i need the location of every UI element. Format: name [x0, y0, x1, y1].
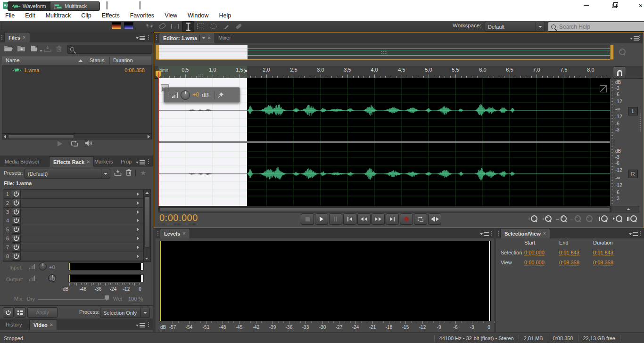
- files-panel-menu[interactable]: [136, 36, 145, 40]
- ruler-grip[interactable]: [198, 74, 204, 77]
- zoom-in-vertical-button[interactable]: ↕+: [527, 213, 538, 224]
- pin-icon[interactable]: [218, 92, 224, 98]
- tab-files[interactable]: Files: [4, 32, 30, 42]
- hud-volume-knob[interactable]: [181, 90, 190, 100]
- files-loop-button[interactable]: [71, 140, 78, 147]
- selview-selection-end[interactable]: 0:01.643: [559, 250, 579, 256]
- play-button[interactable]: [315, 213, 328, 225]
- editor-panel-grip[interactable]: [639, 35, 641, 41]
- selection-edge-handle[interactable]: >: [244, 67, 248, 74]
- power-icon[interactable]: [12, 208, 21, 216]
- rack-power-button[interactable]: [3, 307, 14, 318]
- zoom-out-full-icon[interactable]: −: [619, 49, 626, 56]
- overview-right-handle[interactable]: [610, 45, 614, 60]
- skip-selection-button[interactable]: [428, 213, 441, 225]
- search-help-box[interactable]: [548, 22, 644, 32]
- tab-editor[interactable]: Editor: 1.wma: [159, 33, 215, 43]
- menu-effects[interactable]: Effects: [97, 10, 125, 21]
- channel-left-button[interactable]: L: [628, 107, 638, 115]
- zoom-out-vertical-button[interactable]: ↕−: [541, 213, 553, 224]
- files-search-input[interactable]: [76, 46, 149, 53]
- display-corner-icon[interactable]: [600, 85, 607, 92]
- open-file-button[interactable]: [4, 45, 13, 53]
- selview-panel-grip[interactable]: [497, 230, 500, 236]
- spectral-pitch-button[interactable]: [124, 22, 133, 29]
- effect-slot-row[interactable]: 7: [3, 243, 143, 252]
- menu-file[interactable]: File: [0, 10, 20, 21]
- zoom-out-horizontal-button[interactable]: ↔−: [570, 213, 581, 224]
- close-button[interactable]: ×: [637, 0, 644, 10]
- slot-expand-icon[interactable]: [137, 210, 139, 214]
- vscroll-corner[interactable]: [611, 206, 639, 212]
- overview-selection[interactable]: [159, 45, 248, 59]
- slot-expand-icon[interactable]: [137, 245, 139, 249]
- slip-tool-button[interactable]: ↔: [169, 21, 181, 31]
- slot-expand-icon[interactable]: [137, 237, 139, 240]
- video-panel-grip[interactable]: [148, 322, 150, 327]
- levels-panel-grip[interactable]: [490, 230, 493, 236]
- close-icon[interactable]: [182, 231, 185, 236]
- zoom-to-in-point-button[interactable]: [598, 213, 609, 224]
- channel-right-button[interactable]: R: [628, 170, 638, 178]
- waveform-mode-button[interactable]: Waveform: [8, 1, 57, 11]
- hud-grip[interactable]: [167, 92, 169, 98]
- tab-history[interactable]: History: [2, 319, 25, 329]
- scroll-left-icon[interactable]: [4, 135, 6, 139]
- selview-view-start[interactable]: 0:00.000: [524, 260, 545, 266]
- tab-effects-rack[interactable]: Effects Rack: [49, 156, 94, 167]
- table-row[interactable]: 1.wma 0:08.358: [2, 66, 150, 74]
- slot-expand-icon[interactable]: [137, 228, 139, 231]
- toolbar-grip[interactable]: [1, 22, 4, 31]
- effects-panel-menu[interactable]: [136, 160, 145, 164]
- tab-properties[interactable]: Prop: [117, 156, 135, 166]
- paintbrush-selection-tool-button[interactable]: [220, 21, 231, 31]
- multitrack-mode-button[interactable]: Multitrack: [50, 1, 100, 11]
- new-file-button[interactable]: [30, 45, 42, 53]
- close-icon[interactable]: [87, 159, 90, 164]
- col-status[interactable]: Status: [90, 57, 104, 63]
- power-icon[interactable]: [12, 216, 21, 225]
- spot-healing-brush-tool-button[interactable]: [233, 21, 244, 31]
- time-selection-tool-button[interactable]: [182, 21, 194, 32]
- power-icon[interactable]: [12, 234, 21, 243]
- scrollbar-thumb[interactable]: [159, 207, 610, 212]
- tab-levels[interactable]: Levels: [160, 228, 190, 238]
- video-panel-menu[interactable]: [136, 323, 145, 327]
- effects-panel-grip[interactable]: [148, 159, 150, 164]
- overview-navigator[interactable]: [158, 45, 611, 60]
- mix-slider-track[interactable]: [38, 299, 109, 300]
- slot-expand-icon[interactable]: [137, 201, 139, 205]
- pause-button[interactable]: [329, 213, 342, 225]
- menu-help[interactable]: Help: [214, 10, 236, 21]
- close-icon[interactable]: [207, 35, 210, 41]
- files-play-button[interactable]: [58, 141, 62, 147]
- wave-hscrollbar[interactable]: [158, 206, 611, 212]
- tab-mixer[interactable]: Mixer: [215, 33, 235, 42]
- scroll-up-icon[interactable]: [627, 208, 630, 210]
- overview-grip[interactable]: [380, 50, 387, 54]
- files-hscrollbar[interactable]: [2, 133, 152, 139]
- levels-panel-grip[interactable]: [157, 230, 159, 236]
- stop-button[interactable]: [301, 213, 314, 225]
- search-help-input[interactable]: [558, 23, 631, 31]
- tab-selection-view[interactable]: Selection/View: [500, 228, 550, 238]
- editor-panel-grip[interactable]: [156, 35, 158, 41]
- razor-tool-button[interactable]: [157, 21, 168, 31]
- favorite-star-icon[interactable]: ★: [140, 169, 146, 177]
- delete-file-button[interactable]: [56, 45, 62, 53]
- lasso-selection-tool-button[interactable]: [207, 21, 219, 31]
- save-file-button[interactable]: [43, 45, 52, 53]
- spectral-frequency-button[interactable]: [112, 22, 121, 29]
- files-panel-grip[interactable]: [1, 34, 3, 40]
- wet-value[interactable]: 100 %: [128, 296, 143, 302]
- rewind-button[interactable]: [357, 213, 371, 225]
- editor-right-grip[interactable]: [639, 113, 642, 132]
- effect-slot-row[interactable]: 8: [3, 252, 143, 261]
- files-autoplay-button[interactable]: [85, 140, 92, 147]
- effect-slot-row[interactable]: 6: [3, 234, 143, 243]
- snap-magnet-button[interactable]: [613, 66, 626, 79]
- channel-divider[interactable]: [158, 141, 610, 143]
- import-file-button[interactable]: [17, 45, 26, 53]
- selview-selection-duration[interactable]: 0:01.643: [593, 250, 613, 256]
- hud-gain-value[interactable]: +0: [193, 91, 199, 98]
